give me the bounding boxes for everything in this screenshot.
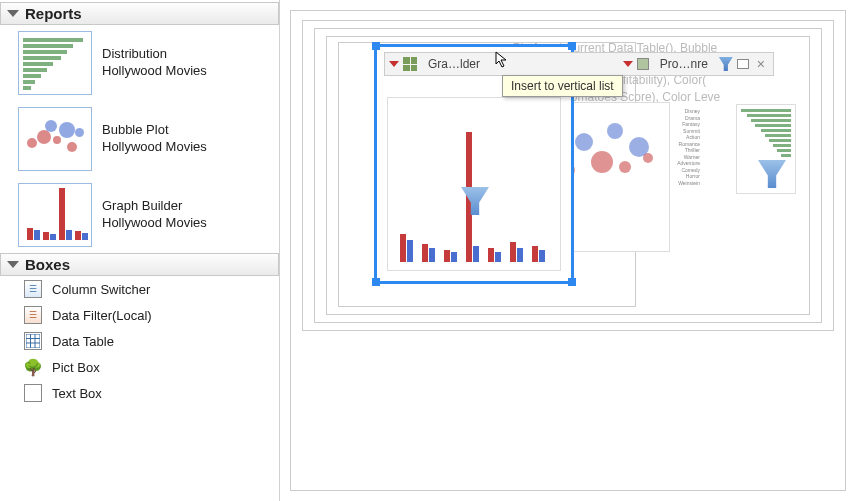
box-label: Text Box (52, 386, 102, 401)
green-square-icon[interactable] (637, 58, 649, 70)
thumbnail-distribution (18, 31, 92, 95)
mini-graph-builder-preview (387, 97, 561, 271)
mini-category-labels: Disney Drama Fantasy Summit Action Roman… (620, 108, 700, 186)
tab-production-genre[interactable]: Pro…nre (653, 55, 715, 73)
report-item-distribution[interactable]: Distribution Hollywood Movies (0, 25, 279, 101)
report-label: Bubble Plot Hollywood Movies (102, 122, 207, 156)
report-label: Distribution Hollywood Movies (102, 46, 207, 80)
drop-hint-tooltip: Insert to vertical list (502, 75, 623, 97)
sidebar: Reports Distribution Hollywood Movies Bu… (0, 0, 280, 501)
report-item-graph-builder[interactable]: Graph Builder Hollywood Movies (0, 177, 279, 253)
quad-layout-icon[interactable] (403, 57, 417, 71)
mini-distribution-preview (736, 104, 796, 194)
report-item-bubble[interactable]: Bubble Plot Hollywood Movies (0, 101, 279, 177)
tab-label: Pro…nre (660, 57, 708, 71)
svg-rect-0 (26, 334, 40, 348)
red-triangle-icon[interactable] (389, 61, 399, 67)
box-item-text-box[interactable]: Text Box (0, 380, 279, 406)
box-label: Data Table (52, 334, 114, 349)
box-label: Data Filter(Local) (52, 308, 152, 323)
grid-icon (24, 332, 42, 350)
tree-icon: 🌳 (24, 358, 42, 376)
disclosure-icon (7, 261, 19, 268)
tab-label: Gra…lder (428, 57, 480, 71)
list-icon: ☰ (24, 280, 42, 298)
disclosure-icon (7, 10, 19, 17)
close-icon[interactable]: × (753, 56, 769, 72)
box-item-data-filter[interactable]: ☰ Data Filter(Local) (0, 302, 279, 328)
window-icon[interactable] (737, 59, 749, 69)
drag-tab-bar[interactable]: Gra…lder Pro…nre × (384, 52, 774, 76)
box-item-column-switcher[interactable]: ☰ Column Switcher (0, 276, 279, 302)
filter-icon: ☰ (24, 306, 42, 324)
section-label: Boxes (25, 256, 70, 273)
text-icon (24, 384, 42, 402)
thumbnail-graph-builder (18, 183, 92, 247)
thumbnail-bubble (18, 107, 92, 171)
box-item-data-table[interactable]: Data Table (0, 328, 279, 354)
dashboard-canvas[interactable]: Platform( Current Data Table(), Bubble P… (280, 0, 856, 501)
box-label: Column Switcher (52, 282, 150, 297)
box-item-pict-box[interactable]: 🌳 Pict Box (0, 354, 279, 380)
tab-graph-builder[interactable]: Gra…lder (421, 55, 487, 73)
section-header-reports[interactable]: Reports (0, 2, 279, 25)
funnel-icon[interactable] (719, 57, 733, 71)
section-label: Reports (25, 5, 82, 22)
section-header-boxes[interactable]: Boxes (0, 253, 279, 276)
report-label: Graph Builder Hollywood Movies (102, 198, 207, 232)
red-triangle-icon[interactable] (623, 61, 633, 67)
box-label: Pict Box (52, 360, 100, 375)
